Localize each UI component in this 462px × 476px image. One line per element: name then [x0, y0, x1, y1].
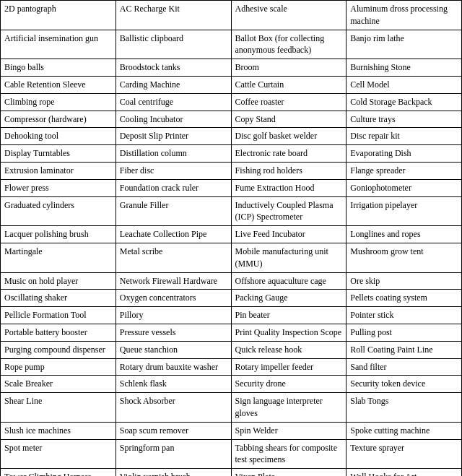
table-row: Pellicle Formation ToolPilloryPin beater… — [1, 307, 462, 324]
table-cell: Offshore aquaculture cage — [231, 272, 346, 290]
table-row: Lacquer polishing brushLeachate Collecti… — [1, 226, 462, 243]
table-cell: Ore skip — [346, 272, 462, 290]
table-cell: Ballot Box (for collecting anonymous fee… — [231, 30, 346, 59]
table-cell: Burnishing Stone — [346, 59, 462, 77]
table-cell: Vixen Plate — [231, 469, 346, 476]
table-cell: Cable Retention Sleeve — [1, 76, 116, 93]
table-row: Rope pumpRotary drum bauxite washerRotar… — [1, 358, 462, 376]
table-row: Purging compound dispenserQueue stanchio… — [1, 341, 462, 358]
table-cell: Rotary drum bauxite washer — [116, 358, 231, 376]
table-row: Flower pressFoundation crack rulerFume E… — [1, 179, 462, 196]
table-cell: Goniophotometer — [346, 179, 462, 196]
table-cell: Texture sprayer — [346, 439, 462, 469]
table-cell: Distillation column — [116, 145, 231, 163]
table-cell: Slush ice machines — [1, 422, 116, 439]
table-row: Graduated cylindersGranule FillerInducti… — [1, 196, 462, 226]
table-cell: Fiber disc — [116, 162, 231, 179]
table-cell: Pressure vessels — [116, 324, 231, 341]
table-cell: Bingo balls — [1, 59, 116, 77]
table-cell: Foundation crack ruler — [116, 179, 231, 196]
table-cell: Copy Stand — [231, 111, 346, 128]
table-cell: Mobile manufacturing unit (MMU) — [231, 243, 346, 272]
table-cell: Sand filter — [346, 358, 462, 376]
table-cell: Coal centrifuge — [116, 93, 231, 111]
table-cell: Network Firewall Hardware — [116, 272, 231, 290]
table-cell: Extrusion laminator — [1, 162, 116, 179]
table-cell: Carding Machine — [116, 76, 231, 93]
table-row: 2D pantographAC Recharge KitAdhesive sca… — [1, 1, 462, 30]
table-cell: AC Recharge Kit — [116, 1, 231, 30]
table-row: Shear LineShock AbsorberSign language in… — [1, 393, 462, 423]
table-cell: Queue stanchion — [116, 341, 231, 358]
table-cell: Cold Storage Backpack — [346, 93, 462, 111]
table-cell: Martingale — [1, 243, 116, 272]
table-cell: Pellets coating system — [346, 290, 462, 307]
table-row: Spot meterSpringform panTabbing shears f… — [1, 439, 462, 469]
table-cell: Tower Climbing Harness — [1, 469, 116, 476]
table-cell: Print Quality Inspection Scope — [231, 324, 346, 341]
table-cell: Rotary impeller feeder — [231, 358, 346, 376]
table-cell: Pellicle Formation Tool — [1, 307, 116, 324]
table-cell: Lacquer polishing brush — [1, 226, 116, 243]
table-cell: Violin varnish brush — [116, 469, 231, 476]
table-row: Climbing ropeCoal centrifugeCoffee roast… — [1, 93, 462, 111]
table-cell: Flower press — [1, 179, 116, 196]
table-cell: Scale Breaker — [1, 376, 116, 393]
table-cell: Oxygen concentrators — [116, 290, 231, 307]
table-cell: Tabbing shears for composite test specim… — [231, 439, 346, 469]
table-cell: Live Feed Incubator — [231, 226, 346, 243]
table-cell: Fume Extraction Hood — [231, 179, 346, 196]
table-cell: Electronic rate board — [231, 145, 346, 163]
table-cell: Wall Hooks for Art — [346, 469, 462, 476]
table-cell: Shear Line — [1, 393, 116, 423]
table-cell: Spoke cutting machine — [346, 422, 462, 439]
table-cell: Deposit Slip Printer — [116, 128, 231, 145]
table-row: Display TurntablesDistillation columnEle… — [1, 145, 462, 163]
table-cell: Inductively Coupled Plasma (ICP) Spectro… — [231, 196, 346, 226]
table-cell: Oscillating shaker — [1, 290, 116, 307]
table-cell: Roll Coating Paint Line — [346, 341, 462, 358]
table-cell: Disc repair kit — [346, 128, 462, 145]
table-cell: Packing Gauge — [231, 290, 346, 307]
table-cell: Fishing rod holders — [231, 162, 346, 179]
table-cell: Quick release hook — [231, 341, 346, 358]
table-cell: Portable battery booster — [1, 324, 116, 341]
table-cell: Dehooking tool — [1, 128, 116, 145]
table-cell: Pin beater — [231, 307, 346, 324]
table-cell: Leachate Collection Pipe — [116, 226, 231, 243]
table-cell: Spot meter — [1, 439, 116, 469]
table-cell: 2D pantograph — [1, 1, 116, 30]
table-row: Oscillating shakerOxygen concentratorsPa… — [1, 290, 462, 307]
table-cell: Cattle Curtain — [231, 76, 346, 93]
table-cell: Schlenk flask — [116, 376, 231, 393]
table-cell: Evaporating Dish — [346, 145, 462, 163]
table-cell: Mushroom grow tent — [346, 243, 462, 272]
table-cell: Disc golf basket welder — [231, 128, 346, 145]
table-cell: Display Turntables — [1, 145, 116, 163]
table-cell: Adhesive scale — [231, 1, 346, 30]
table-row: Slush ice machinesSoap scum removerSpin … — [1, 422, 462, 439]
table-row: Dehooking toolDeposit Slip PrinterDisc g… — [1, 128, 462, 145]
table-row: Artificial insemination gunBallistic cli… — [1, 30, 462, 59]
table-row: Extrusion laminatorFiber discFishing rod… — [1, 162, 462, 179]
table-cell: Rope pump — [1, 358, 116, 376]
table-cell: Pointer stick — [346, 307, 462, 324]
table-cell: Flange spreader — [346, 162, 462, 179]
table-cell: Purging compound dispenser — [1, 341, 116, 358]
table-row: Portable battery boosterPressure vessels… — [1, 324, 462, 341]
table-row: Bingo ballsBroodstock tanksBroomBurnishi… — [1, 59, 462, 77]
table-cell: Metal scribe — [116, 243, 231, 272]
table-cell: Soap scum remover — [116, 422, 231, 439]
table-row: Cable Retention SleeveCarding MachineCat… — [1, 76, 462, 93]
table-cell: Irrigation pipelayer — [346, 196, 462, 226]
table-cell: Ballistic clipboard — [116, 30, 231, 59]
table-row: Compressor (hardware)Cooling IncubatorCo… — [1, 111, 462, 128]
main-table: 2D pantographAC Recharge KitAdhesive sca… — [0, 0, 462, 476]
table-cell: Cooling Incubator — [116, 111, 231, 128]
table-cell: Pillory — [116, 307, 231, 324]
table-cell: Music on hold player — [1, 272, 116, 290]
table-cell: Artificial insemination gun — [1, 30, 116, 59]
table-cell: Springform pan — [116, 439, 231, 469]
table-cell: Culture trays — [346, 111, 462, 128]
table-row: Scale BreakerSchlenk flaskSecurity drone… — [1, 376, 462, 393]
